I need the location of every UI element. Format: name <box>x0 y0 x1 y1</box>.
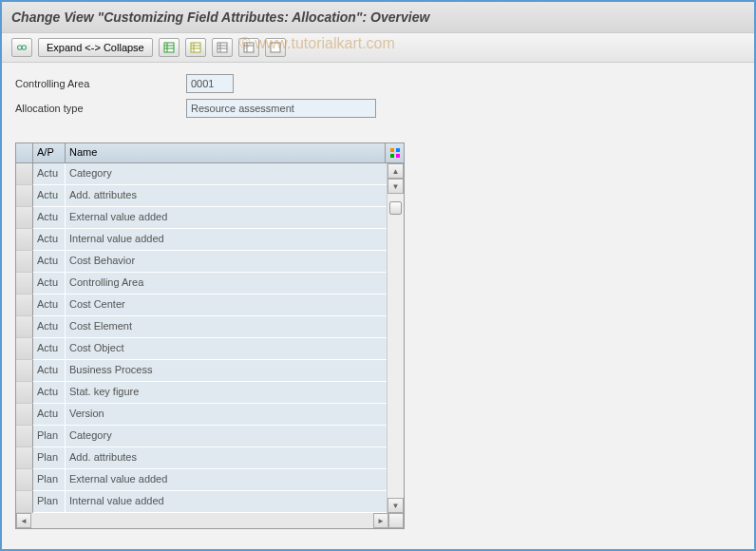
cell-name[interactable]: Add. attributes <box>66 185 387 207</box>
allocation-type-field[interactable] <box>186 99 376 118</box>
row-selector[interactable] <box>16 273 33 294</box>
cell-name[interactable]: Cost Behavior <box>66 251 387 273</box>
cell-ap[interactable]: Plan <box>33 469 66 491</box>
other-view-button[interactable] <box>11 38 32 57</box>
table-row[interactable]: ActuVersion <box>16 404 387 426</box>
row-selector[interactable] <box>16 316 33 338</box>
header-name[interactable]: Name <box>66 143 385 162</box>
table-row[interactable]: ActuInternal value added <box>16 229 387 251</box>
row-selector[interactable] <box>16 163 33 185</box>
row-selector[interactable] <box>16 404 33 426</box>
cell-name[interactable]: Cost Element <box>66 316 387 338</box>
table-gray-icon <box>243 42 255 53</box>
cell-ap[interactable]: Actu <box>33 338 66 360</box>
table-row[interactable]: ActuCost Element <box>16 316 387 338</box>
header-ap[interactable]: A/P <box>33 143 66 162</box>
cell-name[interactable]: Cost Object <box>66 338 387 360</box>
table-row[interactable]: ActuCost Center <box>16 294 387 316</box>
allocation-type-label: Allocation type <box>15 103 186 114</box>
select-all-button[interactable] <box>238 38 259 57</box>
cell-name[interactable]: Controlling Area <box>66 273 387 294</box>
row-selector[interactable] <box>16 447 33 469</box>
table-row[interactable]: ActuBusiness Process <box>16 360 387 382</box>
cell-name[interactable]: External value added <box>66 207 387 229</box>
scroll-thumb[interactable] <box>389 201 402 215</box>
table-header: A/P Name <box>16 143 404 163</box>
table-settings-button[interactable] <box>385 143 404 162</box>
delimit-button[interactable] <box>212 38 233 57</box>
table-row[interactable]: ActuCost Behavior <box>16 251 387 273</box>
table-row[interactable]: PlanInternal value added <box>16 491 387 513</box>
deselect-all-button[interactable] <box>265 38 286 57</box>
table-row[interactable]: ActuCost Object <box>16 338 387 360</box>
svg-rect-21 <box>390 154 394 158</box>
cell-ap[interactable]: Actu <box>33 185 66 207</box>
cell-ap[interactable]: Actu <box>33 360 66 382</box>
cell-ap[interactable]: Actu <box>33 382 66 404</box>
expand-collapse-button[interactable]: Expand <-> Collapse <box>38 38 153 57</box>
cell-name[interactable]: Internal value added <box>66 491 387 513</box>
cell-ap[interactable]: Plan <box>33 426 66 447</box>
table-row[interactable]: PlanCategory <box>16 426 387 447</box>
table-row[interactable]: ActuAdd. attributes <box>16 185 387 207</box>
cell-ap[interactable]: Actu <box>33 404 66 426</box>
row-selector[interactable] <box>16 382 33 404</box>
cell-ap[interactable]: Actu <box>33 273 66 294</box>
horizontal-scrollbar[interactable]: ◄ ► <box>16 513 404 528</box>
cell-name[interactable]: Stat. key figure <box>66 382 387 404</box>
cell-ap[interactable]: Plan <box>33 491 66 513</box>
cell-name[interactable]: Version <box>66 404 387 426</box>
cell-name[interactable]: Cost Center <box>66 294 387 316</box>
table-row[interactable]: PlanAdd. attributes <box>16 447 387 469</box>
cell-name[interactable]: Business Process <box>66 360 387 382</box>
new-entries-button[interactable] <box>159 38 180 57</box>
row-selector[interactable] <box>16 207 33 229</box>
table-row[interactable]: ActuCategory <box>16 163 387 185</box>
scroll-down-button[interactable]: ▼ <box>387 179 404 194</box>
allocation-type-row: Allocation type <box>15 99 741 118</box>
cell-ap[interactable]: Actu <box>33 229 66 251</box>
copy-button[interactable] <box>185 38 206 57</box>
form-area: Controlling Area Allocation type <box>2 63 754 135</box>
cell-name[interactable]: Category <box>66 163 387 185</box>
scroll-corner <box>388 513 404 528</box>
controlling-area-field[interactable] <box>186 74 234 93</box>
cell-ap[interactable]: Actu <box>33 207 66 229</box>
vertical-scrollbar[interactable]: ▲ ▼ ▼ <box>387 163 404 513</box>
row-selector[interactable] <box>16 185 33 207</box>
table-row[interactable]: PlanExternal value added <box>16 469 387 491</box>
cell-name[interactable]: Category <box>66 426 387 447</box>
toolbar: Expand <-> Collapse © www.tutorialkart.c… <box>2 33 754 63</box>
cell-ap[interactable]: Actu <box>33 163 66 185</box>
controlling-area-label: Controlling Area <box>15 78 186 89</box>
cell-ap[interactable]: Actu <box>33 294 66 316</box>
cell-ap[interactable]: Plan <box>33 447 66 469</box>
cell-name[interactable]: External value added <box>66 469 387 491</box>
row-selector[interactable] <box>16 491 33 513</box>
svg-rect-19 <box>390 148 394 152</box>
cell-ap[interactable]: Actu <box>33 251 66 273</box>
attributes-table: A/P Name ActuCategoryActuAdd. attributes… <box>15 142 405 529</box>
row-selector[interactable] <box>16 360 33 382</box>
table-row[interactable]: ActuControlling Area <box>16 273 387 294</box>
scroll-down-end-button[interactable]: ▼ <box>387 498 404 513</box>
row-selector[interactable] <box>16 469 33 491</box>
svg-rect-22 <box>396 154 400 158</box>
cell-name[interactable]: Add. attributes <box>66 447 387 469</box>
cell-ap[interactable]: Actu <box>33 316 66 338</box>
table-row[interactable]: ActuStat. key figure <box>16 382 387 404</box>
svg-rect-3 <box>164 43 174 52</box>
cell-name[interactable]: Internal value added <box>66 229 387 251</box>
header-selector[interactable] <box>16 143 33 162</box>
scroll-left-button[interactable]: ◄ <box>16 513 31 528</box>
row-selector[interactable] <box>16 251 33 273</box>
scroll-right-button[interactable]: ► <box>373 513 388 528</box>
row-selector[interactable] <box>16 426 33 447</box>
scroll-up-button[interactable]: ▲ <box>387 163 404 179</box>
page-title: Change View "Customizing Field Attribute… <box>11 10 429 25</box>
row-selector[interactable] <box>16 294 33 316</box>
row-selector[interactable] <box>16 338 33 360</box>
table-row[interactable]: ActuExternal value added <box>16 207 387 229</box>
scroll-track[interactable] <box>387 194 404 498</box>
row-selector[interactable] <box>16 229 33 251</box>
